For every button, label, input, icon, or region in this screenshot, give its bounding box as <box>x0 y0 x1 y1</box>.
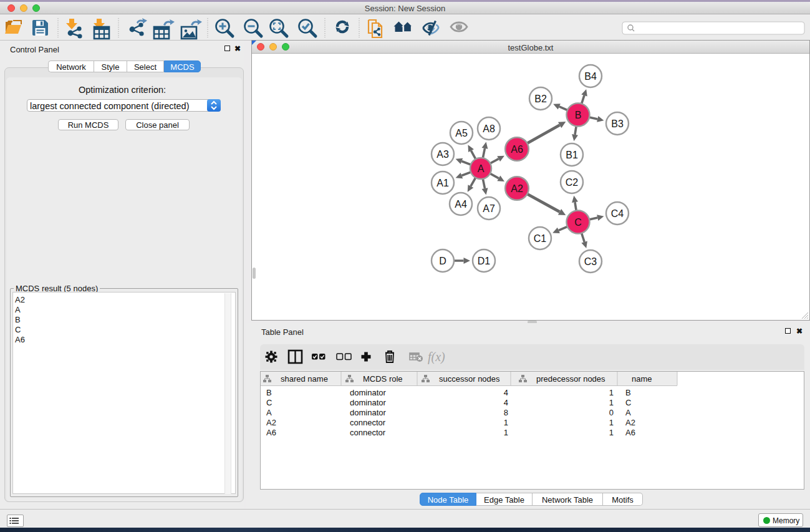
svg-text:A3: A3 <box>436 149 449 160</box>
svg-text:dominator: dominator <box>350 398 386 407</box>
svg-text:A5: A5 <box>455 128 468 138</box>
svg-text:C4: C4 <box>611 208 624 219</box>
svg-text:A6: A6 <box>266 428 276 437</box>
svg-text:connector: connector <box>350 428 386 437</box>
svg-text:8: 8 <box>504 408 508 417</box>
svg-text:dominator: dominator <box>350 388 386 397</box>
svg-text:B3: B3 <box>611 118 624 129</box>
svg-text:B2: B2 <box>534 94 547 104</box>
svg-text:successor nodes: successor nodes <box>439 374 500 384</box>
svg-text:4: 4 <box>504 398 508 407</box>
svg-text:B1: B1 <box>566 150 578 160</box>
svg-text:4: 4 <box>504 388 508 397</box>
svg-text:B: B <box>266 388 272 397</box>
svg-text:1: 1 <box>504 418 508 427</box>
svg-text:name: name <box>632 374 652 384</box>
svg-text:B: B <box>575 110 582 120</box>
svg-text:A6: A6 <box>625 428 635 437</box>
svg-text:1: 1 <box>609 388 614 397</box>
svg-text:1: 1 <box>609 398 614 407</box>
svg-text:C: C <box>266 398 272 407</box>
svg-text:C: C <box>574 217 582 228</box>
svg-text:A6: A6 <box>511 144 523 155</box>
svg-text:A: A <box>266 408 272 417</box>
svg-text:B4: B4 <box>584 71 597 82</box>
svg-text:A2: A2 <box>511 183 523 194</box>
svg-text:A1: A1 <box>436 178 449 188</box>
svg-text:f(x): f(x) <box>428 350 445 364</box>
svg-text:D: D <box>439 256 446 266</box>
svg-text:C3: C3 <box>584 256 597 267</box>
svg-text:C1: C1 <box>534 233 547 244</box>
svg-text:A7: A7 <box>483 203 495 214</box>
svg-text:1: 1 <box>504 428 508 437</box>
svg-text:predecessor nodes: predecessor nodes <box>536 374 605 384</box>
svg-text:B: B <box>625 388 631 397</box>
svg-text:A: A <box>625 408 631 417</box>
svg-text:shared name: shared name <box>281 374 328 384</box>
svg-text:A2: A2 <box>625 418 635 427</box>
svg-text:A8: A8 <box>483 123 495 134</box>
svg-text:A: A <box>478 163 485 174</box>
svg-text:connector: connector <box>350 418 386 427</box>
svg-text:A4: A4 <box>455 199 467 210</box>
svg-text:D1: D1 <box>478 256 491 266</box>
svg-text:A2: A2 <box>266 418 276 427</box>
svg-text:MCDS role: MCDS role <box>363 374 403 384</box>
svg-text:C: C <box>625 398 631 407</box>
svg-text:1: 1 <box>609 418 614 427</box>
svg-text:0: 0 <box>609 408 614 417</box>
svg-text:dominator: dominator <box>350 408 386 417</box>
svg-text:C2: C2 <box>566 177 579 188</box>
svg-text:1: 1 <box>609 428 614 437</box>
